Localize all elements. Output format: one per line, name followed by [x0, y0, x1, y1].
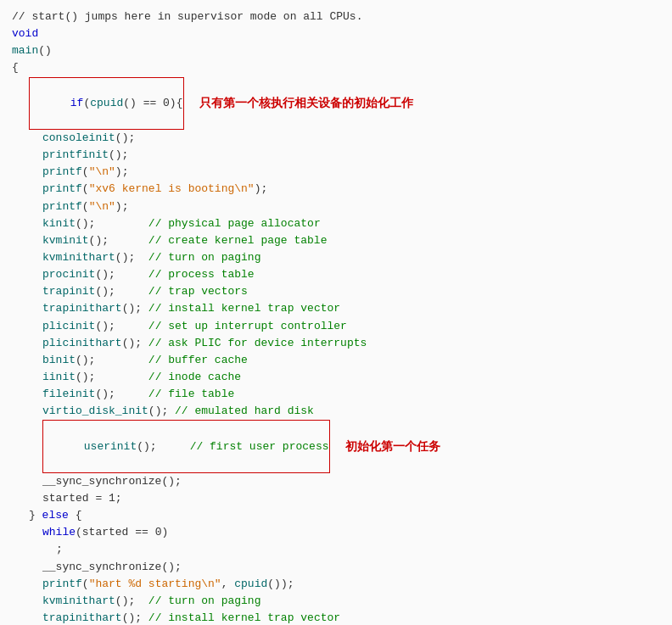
- annotation-if: 只有第一个核执行相关设备的初始化工作: [199, 94, 413, 113]
- code-line: main(): [12, 42, 660, 59]
- code-line: kvminithart(); // turn on paging: [12, 249, 660, 266]
- code-line: printf("\n");: [12, 198, 660, 215]
- code-line: printfinit();: [12, 147, 660, 164]
- code-line: trapinithart(); // install kernel trap v…: [12, 300, 660, 317]
- if-line: if(cpuid() == 0){ 只有第一个核执行相关设备的初始化工作: [12, 77, 660, 130]
- code-line: ;: [12, 541, 660, 558]
- code-line: kvminithart(); // turn on paging: [12, 593, 660, 610]
- code-line: plicinithart(); // ask PLIC for device i…: [12, 335, 660, 352]
- code-line: started = 1;: [12, 490, 660, 507]
- code-line: printf("hart %d starting\n", cpuid());: [12, 576, 660, 593]
- code-line: printf("xv6 kernel is booting\n");: [12, 181, 660, 198]
- code-line: kinit(); // physical page allocator: [12, 215, 660, 232]
- code-line: procinit(); // process table: [12, 266, 660, 283]
- code-line: __sync_synchronize();: [12, 473, 660, 490]
- code-line: {: [12, 59, 660, 76]
- header-comment: // start() jumps here in supervisor mode…: [12, 8, 660, 25]
- userinit-line: userinit(); // first user process 初始化第一个…: [12, 420, 660, 472]
- code-container: // start() jumps here in supervisor mode…: [0, 0, 672, 625]
- code-line: binit(); // buffer cache: [12, 352, 660, 369]
- if-box: if(cpuid() == 0){: [29, 77, 184, 130]
- annotation-userinit: 初始化第一个任务: [345, 438, 440, 456]
- code-line: printf("\n");: [12, 164, 660, 181]
- code-line: iinit(); // inode cache: [12, 369, 660, 386]
- code-line: } else {: [12, 507, 660, 524]
- code-line: fileinit(); // file table: [12, 386, 660, 403]
- code-line: plicinit(); // set up interrupt controll…: [12, 318, 660, 335]
- code-line: trapinit(); // trap vectors: [12, 283, 660, 300]
- code-line: consoleinit();: [12, 130, 660, 147]
- code-line: __sync_synchronize();: [12, 559, 660, 576]
- userinit-box: userinit(); // first user process: [42, 420, 330, 472]
- code-line: kvminit(); // create kernel page table: [12, 232, 660, 249]
- code-line: virtio_disk_init(); // emulated hard dis…: [12, 403, 660, 420]
- code-line: while(started == 0): [12, 524, 660, 541]
- code-line: void: [12, 25, 660, 42]
- code-line: trapinithart(); // install kernel trap v…: [12, 610, 660, 625]
